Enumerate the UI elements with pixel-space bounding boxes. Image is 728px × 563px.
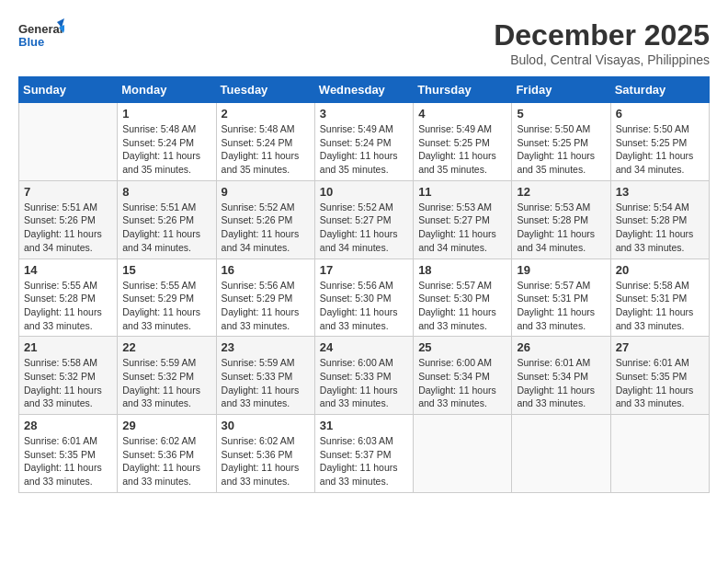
- day-info: Sunrise: 5:58 AMSunset: 5:32 PMDaylight:…: [24, 356, 112, 410]
- day-number: 7: [24, 185, 112, 199]
- day-number: 10: [320, 185, 408, 199]
- day-info: Sunrise: 5:59 AMSunset: 5:33 PMDaylight:…: [222, 356, 310, 410]
- table-row: 1 Sunrise: 5:48 AMSunset: 5:24 PMDayligh…: [118, 103, 216, 181]
- calendar-week-row: 14 Sunrise: 5:55 AMSunset: 5:28 PMDaylig…: [19, 259, 710, 337]
- day-info: Sunrise: 5:52 AMSunset: 5:26 PMDaylight:…: [222, 201, 310, 255]
- day-info: Sunrise: 5:50 AMSunset: 5:25 PMDaylight:…: [517, 122, 605, 177]
- table-row: 5 Sunrise: 5:50 AMSunset: 5:25 PMDayligh…: [512, 103, 610, 181]
- table-row: 17 Sunrise: 5:56 AMSunset: 5:30 PMDaylig…: [314, 259, 413, 337]
- day-number: 30: [222, 419, 310, 432]
- day-number: 14: [24, 263, 112, 277]
- col-monday: Monday: [118, 77, 216, 103]
- col-wednesday: Wednesday: [314, 77, 413, 103]
- day-info: Sunrise: 5:49 AMSunset: 5:25 PMDaylight:…: [418, 122, 506, 177]
- day-info: Sunrise: 6:01 AMSunset: 5:34 PMDaylight:…: [517, 356, 605, 410]
- table-row: [512, 415, 610, 493]
- table-row: [610, 415, 709, 493]
- table-row: 8 Sunrise: 5:51 AMSunset: 5:26 PMDayligh…: [118, 180, 216, 259]
- table-row: 11 Sunrise: 5:53 AMSunset: 5:27 PMDaylig…: [414, 180, 512, 259]
- page-subtitle: Bulod, Central Visayas, Philippines: [494, 52, 710, 67]
- day-number: 19: [517, 263, 605, 277]
- day-number: 12: [517, 185, 605, 199]
- day-number: 3: [320, 107, 408, 121]
- day-number: 4: [418, 107, 506, 121]
- calendar-week-row: 1 Sunrise: 5:48 AMSunset: 5:24 PMDayligh…: [19, 103, 710, 181]
- calendar-table: Sunday Monday Tuesday Wednesday Thursday…: [18, 76, 710, 493]
- day-info: Sunrise: 5:56 AMSunset: 5:30 PMDaylight:…: [320, 279, 408, 333]
- day-number: 2: [222, 107, 310, 121]
- calendar-week-row: 7 Sunrise: 5:51 AMSunset: 5:26 PMDayligh…: [19, 180, 710, 259]
- table-row: 16 Sunrise: 5:56 AMSunset: 5:29 PMDaylig…: [216, 259, 314, 337]
- table-row: 9 Sunrise: 5:52 AMSunset: 5:26 PMDayligh…: [216, 180, 314, 259]
- table-row: 10 Sunrise: 5:52 AMSunset: 5:27 PMDaylig…: [314, 180, 413, 259]
- day-info: Sunrise: 5:49 AMSunset: 5:24 PMDaylight:…: [320, 122, 408, 177]
- day-info: Sunrise: 6:01 AMSunset: 5:35 PMDaylight:…: [616, 356, 704, 410]
- day-info: Sunrise: 5:55 AMSunset: 5:29 PMDaylight:…: [122, 279, 210, 333]
- day-number: 28: [24, 419, 112, 432]
- day-number: 25: [418, 340, 506, 354]
- day-number: 15: [122, 263, 210, 277]
- col-sunday: Sunday: [19, 77, 118, 103]
- table-row: 3 Sunrise: 5:49 AMSunset: 5:24 PMDayligh…: [314, 103, 413, 181]
- day-number: 31: [320, 419, 408, 432]
- day-number: 9: [222, 185, 310, 199]
- table-row: 4 Sunrise: 5:49 AMSunset: 5:25 PMDayligh…: [414, 103, 512, 181]
- table-row: 7 Sunrise: 5:51 AMSunset: 5:26 PMDayligh…: [19, 180, 118, 259]
- day-info: Sunrise: 5:50 AMSunset: 5:25 PMDaylight:…: [616, 122, 704, 177]
- table-row: 31 Sunrise: 6:03 AMSunset: 5:37 PMDaylig…: [314, 415, 413, 493]
- day-info: Sunrise: 6:02 AMSunset: 5:36 PMDaylight:…: [222, 434, 310, 488]
- day-number: 8: [122, 185, 210, 199]
- day-number: 17: [320, 263, 408, 277]
- table-row: 28 Sunrise: 6:01 AMSunset: 5:35 PMDaylig…: [19, 415, 118, 493]
- col-friday: Friday: [512, 77, 610, 103]
- col-saturday: Saturday: [610, 77, 709, 103]
- table-row: [19, 103, 118, 181]
- table-row: 22 Sunrise: 5:59 AMSunset: 5:32 PMDaylig…: [118, 337, 216, 415]
- col-thursday: Thursday: [414, 77, 512, 103]
- svg-text:Blue: Blue: [18, 35, 44, 49]
- day-info: Sunrise: 5:56 AMSunset: 5:29 PMDaylight:…: [222, 279, 310, 333]
- table-row: 18 Sunrise: 5:57 AMSunset: 5:30 PMDaylig…: [414, 259, 512, 337]
- day-number: 24: [320, 340, 408, 354]
- day-info: Sunrise: 5:48 AMSunset: 5:24 PMDaylight:…: [222, 122, 310, 177]
- table-row: 15 Sunrise: 5:55 AMSunset: 5:29 PMDaylig…: [118, 259, 216, 337]
- calendar-week-row: 21 Sunrise: 5:58 AMSunset: 5:32 PMDaylig…: [19, 337, 710, 415]
- day-number: 22: [122, 340, 210, 354]
- day-number: 13: [616, 185, 704, 199]
- day-number: 11: [418, 185, 506, 199]
- table-row: 25 Sunrise: 6:00 AMSunset: 5:34 PMDaylig…: [414, 337, 512, 415]
- day-number: 27: [616, 340, 704, 354]
- day-info: Sunrise: 5:53 AMSunset: 5:27 PMDaylight:…: [418, 201, 506, 255]
- table-row: 30 Sunrise: 6:02 AMSunset: 5:36 PMDaylig…: [216, 415, 314, 493]
- table-row: 23 Sunrise: 5:59 AMSunset: 5:33 PMDaylig…: [216, 337, 314, 415]
- day-number: 21: [24, 340, 112, 354]
- day-number: 29: [122, 419, 210, 432]
- day-info: Sunrise: 5:52 AMSunset: 5:27 PMDaylight:…: [320, 201, 408, 255]
- logo: General Blue: [18, 18, 64, 57]
- day-info: Sunrise: 6:01 AMSunset: 5:35 PMDaylight:…: [24, 434, 112, 488]
- day-number: 6: [616, 107, 704, 121]
- table-row: 14 Sunrise: 5:55 AMSunset: 5:28 PMDaylig…: [19, 259, 118, 337]
- page-title: December 2025: [494, 18, 710, 52]
- table-row: 29 Sunrise: 6:02 AMSunset: 5:36 PMDaylig…: [118, 415, 216, 493]
- day-number: 18: [418, 263, 506, 277]
- day-info: Sunrise: 5:58 AMSunset: 5:31 PMDaylight:…: [616, 279, 704, 333]
- day-info: Sunrise: 5:51 AMSunset: 5:26 PMDaylight:…: [122, 201, 210, 255]
- day-info: Sunrise: 5:51 AMSunset: 5:26 PMDaylight:…: [24, 201, 112, 255]
- table-row: 27 Sunrise: 6:01 AMSunset: 5:35 PMDaylig…: [610, 337, 709, 415]
- page-header: General Blue December 2025 Bulod, Centra…: [18, 18, 710, 67]
- day-info: Sunrise: 5:48 AMSunset: 5:24 PMDaylight:…: [122, 122, 210, 177]
- table-row: 20 Sunrise: 5:58 AMSunset: 5:31 PMDaylig…: [610, 259, 709, 337]
- day-info: Sunrise: 5:55 AMSunset: 5:28 PMDaylight:…: [24, 279, 112, 333]
- day-info: Sunrise: 6:00 AMSunset: 5:33 PMDaylight:…: [320, 356, 408, 410]
- day-number: 26: [517, 340, 605, 354]
- table-row: 12 Sunrise: 5:53 AMSunset: 5:28 PMDaylig…: [512, 180, 610, 259]
- calendar-header-row: Sunday Monday Tuesday Wednesday Thursday…: [19, 77, 710, 103]
- day-info: Sunrise: 5:57 AMSunset: 5:31 PMDaylight:…: [517, 279, 605, 333]
- day-info: Sunrise: 5:54 AMSunset: 5:28 PMDaylight:…: [616, 201, 704, 255]
- day-number: 16: [222, 263, 310, 277]
- day-info: Sunrise: 5:59 AMSunset: 5:32 PMDaylight:…: [122, 356, 210, 410]
- table-row: 19 Sunrise: 5:57 AMSunset: 5:31 PMDaylig…: [512, 259, 610, 337]
- table-row: 26 Sunrise: 6:01 AMSunset: 5:34 PMDaylig…: [512, 337, 610, 415]
- svg-text:General: General: [18, 22, 63, 36]
